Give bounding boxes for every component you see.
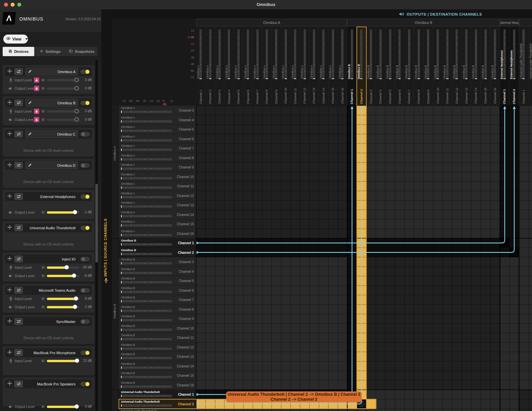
mute-button[interactable]: M bbox=[42, 305, 45, 309]
mute-button[interactable]: M bbox=[42, 265, 45, 269]
device-name-field[interactable]: Omnibus D bbox=[25, 161, 78, 169]
move-handle-icon[interactable] bbox=[7, 256, 12, 262]
sidebar-scrollbar[interactable] bbox=[95, 60, 98, 411]
destination-column-header[interactable]: Omnibus AChannel 8 bbox=[262, 27, 272, 106]
destination-column-header[interactable]: Omnibus BChannel 2 bbox=[357, 27, 366, 106]
device-enable-toggle[interactable] bbox=[80, 257, 90, 261]
mute-button[interactable]: M bbox=[42, 359, 45, 363]
destination-column-header[interactable]: Omnibus BChannel 8 bbox=[414, 27, 424, 106]
source-row-header[interactable]: Omnibus AChannel 13 bbox=[119, 200, 196, 210]
chevron-down-icon[interactable] bbox=[25, 38, 28, 40]
level-slider[interactable] bbox=[47, 119, 79, 121]
destination-column-header[interactable]: Omnibus AChannel 15 bbox=[329, 27, 338, 106]
destination-column-header[interactable]: Omnibus AChannel 5 bbox=[234, 27, 243, 106]
source-row-header[interactable]: Omnibus AChannel 6 bbox=[119, 134, 196, 144]
source-row-header[interactable]: Omnibus AChannel 12 bbox=[119, 191, 196, 201]
source-row-header[interactable]: Omnibus BChannel 16 bbox=[119, 380, 196, 390]
mute-button[interactable]: M bbox=[42, 210, 45, 214]
destination-column-header[interactable]: Universal Audio ThunderboltChannel 1 bbox=[519, 27, 529, 106]
destination-column-header[interactable]: Omnibus AChannel 7 bbox=[253, 27, 262, 106]
scrollbar-thumb[interactable] bbox=[95, 184, 98, 262]
destination-column-header[interactable]: Omnibus AChannel 1 bbox=[196, 27, 205, 106]
move-handle-icon[interactable] bbox=[7, 381, 12, 387]
destination-column-header[interactable]: Omnibus AChannel 6 bbox=[243, 27, 253, 106]
level-slider[interactable] bbox=[47, 266, 79, 269]
level-slider[interactable] bbox=[47, 79, 79, 81]
move-handle-icon[interactable] bbox=[7, 350, 12, 356]
routing-grid[interactable] bbox=[196, 106, 532, 411]
destination-column-header[interactable]: Omnibus BChannel 7 bbox=[405, 27, 414, 106]
mute-button[interactable]: M bbox=[42, 118, 45, 122]
device-enable-toggle[interactable] bbox=[80, 132, 90, 137]
destination-column-header[interactable]: External HeadphonesChannel 2 bbox=[509, 27, 519, 106]
source-row-header[interactable]: Omnibus AChannel 7 bbox=[119, 144, 196, 153]
level-slider[interactable] bbox=[47, 275, 79, 277]
destination-column-header[interactable]: Omnibus BChannel 5 bbox=[385, 27, 395, 106]
source-row-header[interactable]: Omnibus AChannel 5 bbox=[119, 125, 196, 134]
move-handle-icon[interactable] bbox=[7, 194, 12, 200]
source-row-header[interactable]: Omnibus AChannel 15 bbox=[119, 219, 196, 229]
source-row-header[interactable]: Omnibus AChannel 10 bbox=[119, 172, 196, 182]
channel-settings-button[interactable] bbox=[14, 131, 23, 138]
destination-column-header[interactable]: Universal Audio ThunderboltChannel 2 bbox=[529, 27, 532, 106]
move-handle-icon[interactable] bbox=[7, 225, 12, 231]
device-enable-toggle[interactable] bbox=[80, 69, 90, 74]
destination-column-header[interactable]: Omnibus AChannel 12 bbox=[300, 27, 309, 106]
destination-column-header[interactable]: Omnibus AChannel 14 bbox=[319, 27, 328, 106]
slider-knob[interactable] bbox=[65, 265, 69, 269]
source-row-header[interactable]: Omnibus AChannel 3 bbox=[119, 106, 196, 115]
lock-icon[interactable] bbox=[34, 86, 39, 91]
slider-knob[interactable] bbox=[72, 273, 76, 278]
destination-column-header[interactable]: Omnibus BChannel 6 bbox=[395, 27, 405, 106]
device-enable-toggle[interactable] bbox=[80, 288, 90, 293]
tab-settings[interactable]: Settings bbox=[34, 47, 66, 56]
destination-column-header[interactable]: Omnibus AChannel 10 bbox=[281, 27, 291, 106]
move-handle-icon[interactable] bbox=[7, 69, 12, 75]
device-enable-toggle[interactable] bbox=[80, 194, 90, 199]
device-name-field[interactable]: Omnibus C bbox=[25, 130, 78, 138]
lock-icon[interactable] bbox=[34, 109, 39, 114]
source-row-header[interactable]: Omnibus AChannel 14 bbox=[119, 210, 196, 220]
level-slider[interactable] bbox=[47, 211, 79, 214]
mute-button[interactable]: M bbox=[42, 297, 45, 301]
level-slider[interactable] bbox=[47, 406, 79, 408]
destination-column-header[interactable]: External HeadphonesChannel 1 bbox=[500, 27, 510, 106]
source-row-header[interactable]: Omnibus BChannel 1 bbox=[119, 238, 196, 248]
destination-column-header[interactable]: Omnibus AChannel 16 bbox=[338, 27, 347, 106]
destination-column-header[interactable]: Omnibus BChannel 10 bbox=[433, 27, 443, 106]
mute-button[interactable]: M bbox=[42, 405, 45, 409]
destination-column-header[interactable]: Omnibus BChannel 13 bbox=[462, 27, 471, 106]
destination-column-header[interactable]: Omnibus AChannel 9 bbox=[272, 27, 281, 106]
destination-column-header[interactable]: Omnibus BChannel 12 bbox=[452, 27, 462, 106]
level-slider[interactable] bbox=[47, 87, 79, 90]
device-enable-toggle[interactable] bbox=[80, 382, 90, 386]
destination-column-header[interactable]: Omnibus BChannel 4 bbox=[376, 27, 386, 106]
source-row-header[interactable]: Omnibus BChannel 2 bbox=[119, 248, 196, 257]
source-row-header[interactable]: Omnibus BChannel 13 bbox=[119, 352, 196, 361]
source-row-header[interactable]: Omnibus AChannel 9 bbox=[119, 162, 196, 172]
level-slider[interactable] bbox=[47, 360, 79, 362]
tab-snapshots[interactable]: Snapshots bbox=[66, 47, 97, 56]
view-button[interactable]: View bbox=[3, 35, 28, 44]
destination-column-header[interactable]: Omnibus AChannel 3 bbox=[215, 27, 224, 106]
lock-icon[interactable] bbox=[34, 117, 39, 122]
source-row-header[interactable]: Omnibus BChannel 3 bbox=[119, 257, 196, 267]
destination-column-header[interactable]: Omnibus BChannel 16 bbox=[490, 27, 500, 106]
device-name-field[interactable]: Omnibus B bbox=[25, 99, 78, 107]
channel-settings-button[interactable] bbox=[14, 256, 23, 262]
source-row-header[interactable]: Omnibus BChannel 8 bbox=[119, 305, 196, 314]
destination-column-header[interactable]: Omnibus BChannel 3 bbox=[366, 27, 376, 106]
source-row-header[interactable]: Omnibus BChannel 4 bbox=[119, 267, 196, 276]
channel-settings-button[interactable] bbox=[14, 68, 23, 75]
move-handle-icon[interactable] bbox=[7, 100, 12, 106]
device-enable-toggle[interactable] bbox=[80, 163, 90, 168]
source-row-header[interactable]: Omnibus BChannel 12 bbox=[119, 343, 196, 352]
level-slider[interactable] bbox=[47, 298, 79, 300]
source-row-header[interactable]: Omnibus BChannel 10 bbox=[119, 324, 196, 333]
destination-column-header[interactable]: Omnibus BChannel 14 bbox=[471, 27, 481, 106]
channel-settings-button[interactable] bbox=[14, 380, 23, 387]
destination-column-header[interactable]: Omnibus AChannel 4 bbox=[224, 27, 234, 106]
source-row-header[interactable]: Omnibus AChannel 4 bbox=[119, 115, 196, 125]
destination-column-header[interactable]: Omnibus AChannel 11 bbox=[291, 27, 300, 106]
move-handle-icon[interactable] bbox=[7, 319, 12, 325]
